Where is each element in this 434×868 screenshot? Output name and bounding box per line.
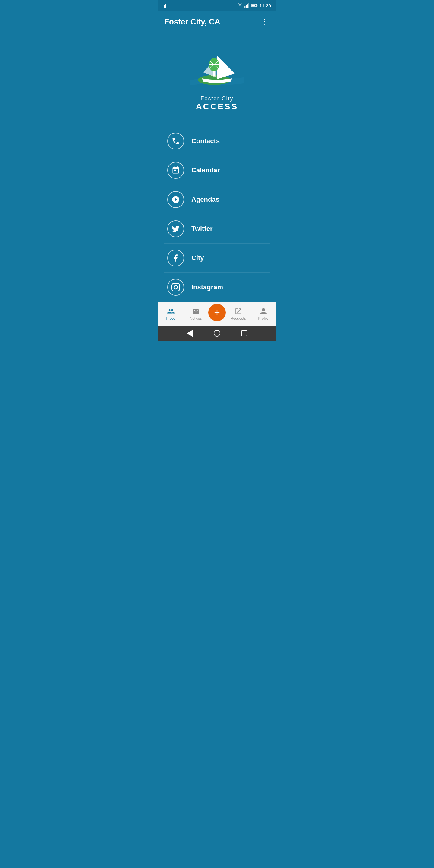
- recents-button[interactable]: [241, 330, 248, 337]
- facebook-icon-circle: [167, 250, 184, 267]
- calendar-icon-circle: [167, 162, 184, 179]
- profile-icon: [259, 307, 267, 315]
- logo-area: Foster City ACCESS: [158, 33, 276, 127]
- calendar-label: Calendar: [191, 166, 220, 174]
- svg-rect-2: [244, 6, 245, 7]
- svg-point-10: [264, 21, 265, 22]
- more-vertical-icon: [260, 18, 269, 26]
- calendar-icon: [172, 166, 180, 175]
- place-icon: [167, 307, 175, 315]
- status-left: [163, 3, 168, 7]
- svg-rect-0: [164, 4, 164, 7]
- menu-item-city[interactable]: City: [164, 244, 270, 273]
- twitter-label: Twitter: [191, 225, 213, 233]
- wifi-icon: [237, 3, 243, 7]
- svg-rect-8: [251, 4, 255, 6]
- back-icon: [187, 330, 193, 337]
- svg-rect-3: [246, 5, 247, 7]
- agendas-label: Agendas: [191, 195, 219, 204]
- status-right: 11:29: [237, 3, 271, 8]
- nav-item-notices[interactable]: Notices: [183, 305, 208, 323]
- add-button[interactable]: [208, 304, 226, 321]
- plus-icon: [213, 308, 221, 317]
- twitter-icon: [172, 224, 180, 233]
- logo-city-name: Foster City: [187, 96, 247, 102]
- requests-nav-label: Requests: [230, 316, 246, 321]
- place-nav-label: Place: [166, 316, 175, 321]
- sim-icon: [163, 3, 168, 7]
- city-label: City: [191, 254, 204, 262]
- phone-icon: [172, 137, 180, 145]
- logo-image: [187, 45, 247, 93]
- nav-item-requests[interactable]: Requests: [226, 305, 251, 323]
- requests-icon: [235, 307, 242, 315]
- page-title: Foster City, CA: [164, 17, 220, 27]
- nav-item-add[interactable]: [208, 304, 226, 324]
- battery-icon: [251, 4, 258, 7]
- status-bar: 11:29: [158, 0, 276, 11]
- instagram-label: Instagram: [191, 283, 223, 291]
- menu-item-agendas[interactable]: Agendas: [164, 185, 270, 214]
- app-logo: Foster City ACCESS: [187, 45, 247, 112]
- signal-icon: [244, 3, 249, 7]
- agendas-icon: [172, 195, 180, 204]
- svg-rect-1: [165, 4, 166, 7]
- profile-nav-label: Profile: [258, 316, 268, 321]
- svg-rect-5: [248, 3, 249, 7]
- back-button[interactable]: [186, 330, 193, 337]
- svg-point-11: [264, 24, 265, 25]
- notices-nav-label: Notices: [190, 316, 202, 321]
- contacts-icon-circle: [167, 133, 184, 150]
- menu-item-twitter[interactable]: Twitter: [164, 214, 270, 244]
- bottom-navigation: Place Notices Requests Profile: [158, 302, 276, 326]
- nav-item-profile[interactable]: Profile: [251, 305, 276, 323]
- instagram-icon-circle: [167, 279, 184, 296]
- svg-rect-4: [247, 4, 248, 7]
- app-header: Foster City, CA: [158, 11, 276, 33]
- facebook-icon: [172, 254, 180, 262]
- twitter-icon-circle: [167, 220, 184, 237]
- logo-app-name: ACCESS: [187, 102, 247, 112]
- instagram-icon: [172, 283, 180, 291]
- recents-icon: [241, 330, 247, 336]
- svg-rect-7: [256, 5, 257, 6]
- svg-point-9: [264, 19, 265, 20]
- notices-icon: [192, 307, 200, 315]
- nav-item-place[interactable]: Place: [158, 305, 183, 323]
- agendas-icon-circle: [167, 191, 184, 208]
- menu-item-instagram[interactable]: Instagram: [164, 273, 270, 302]
- android-nav-bar: [158, 326, 276, 341]
- menu-item-calendar[interactable]: Calendar: [164, 156, 270, 185]
- menu-item-contacts[interactable]: Contacts: [164, 127, 270, 156]
- status-time: 11:29: [259, 3, 271, 8]
- home-button[interactable]: [213, 330, 221, 337]
- more-options-button[interactable]: [259, 16, 270, 27]
- menu-list: Contacts Calendar Agendas Twitter: [158, 127, 276, 302]
- home-icon: [214, 330, 220, 337]
- contacts-label: Contacts: [191, 137, 220, 145]
